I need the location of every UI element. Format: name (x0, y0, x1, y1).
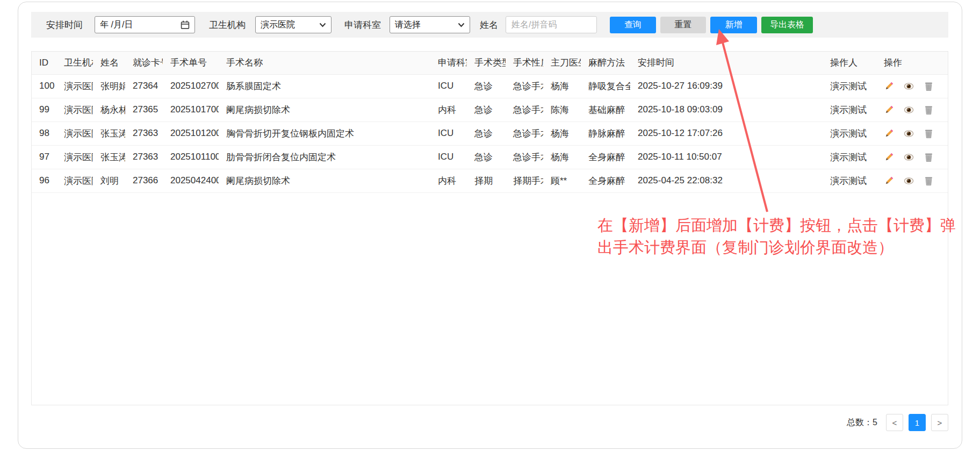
cell-actions (876, 169, 948, 192)
department-select[interactable]: 请选择 (390, 16, 470, 33)
col-header-actions: 操作 (876, 52, 948, 74)
prev-page-button[interactable]: < (886, 414, 903, 431)
cell-surgery: 阑尾病损切除术 (219, 169, 430, 192)
cell-time: 2025-10-18 09:03:09 (630, 98, 823, 121)
eye-icon (904, 128, 914, 139)
cell-order-no: 202510170001 (163, 98, 219, 121)
cell-surgery: 肠系膜固定术 (219, 74, 430, 98)
view-button[interactable] (904, 81, 914, 91)
edit-button[interactable] (884, 81, 894, 91)
table-row: 100 演示医院 张明娟 27364 202510270001 肠系膜固定术 I… (32, 74, 948, 98)
chevron-down-icon (458, 23, 465, 27)
cell-operator: 演示测试 (823, 145, 876, 169)
cell-nature: 择期手术 (506, 169, 543, 192)
cell-surgery: 胸骨骨折切开复位钢板内固定术 (219, 121, 430, 145)
edit-button[interactable] (884, 176, 894, 186)
cell-org: 演示医院 (56, 145, 93, 169)
view-button[interactable] (904, 152, 914, 162)
table-header-row: ID 卫生机构 姓名 就诊卡号 手术单号 手术名称 申请科室 手术类型 手术性质… (32, 52, 948, 74)
col-header-nature: 手术性质 (506, 52, 543, 74)
cell-id: 99 (32, 98, 56, 121)
delete-button[interactable] (924, 81, 934, 91)
export-button[interactable]: 导出表格 (761, 17, 813, 33)
eye-icon (904, 176, 914, 186)
cell-type: 急诊 (467, 74, 506, 98)
cell-time: 2025-10-12 17:07:26 (630, 121, 823, 145)
cell-nature: 急诊手术 (506, 145, 543, 169)
view-button[interactable] (904, 128, 914, 139)
page-1-button[interactable]: 1 (909, 414, 926, 431)
col-header-anesthesia: 麻醉方法 (581, 52, 630, 74)
trash-icon (924, 105, 934, 115)
pencil-icon (884, 105, 894, 115)
eye-icon (904, 105, 914, 115)
cell-time: 2025-10-11 10:50:07 (630, 145, 823, 169)
table-row: 97 演示医院 张玉涛 27363 202510110001 肋骨骨折闭合复位内… (32, 145, 948, 169)
delete-button[interactable] (924, 105, 934, 115)
cell-nature: 急诊手术 (506, 74, 543, 98)
cell-card-no: 27365 (125, 98, 163, 121)
cell-surgeon: 杨海 (543, 74, 581, 98)
table-row: 99 演示医院 杨永林 27365 202510170001 阑尾病损切除术 内… (32, 98, 948, 121)
institution-selected-value: 演示医院 (261, 19, 295, 31)
col-header-dept: 申请科室 (430, 52, 467, 74)
col-header-org: 卫生机构 (56, 52, 93, 74)
calendar-icon (181, 20, 190, 30)
trash-icon (924, 176, 934, 186)
pencil-icon (884, 128, 894, 139)
cell-org: 演示医院 (56, 98, 93, 121)
cell-dept: ICU (430, 121, 467, 145)
delete-button[interactable] (924, 128, 934, 139)
cell-dept: 内科 (430, 98, 467, 121)
cell-dept: 内科 (430, 169, 467, 192)
cell-id: 98 (32, 121, 56, 145)
cell-surgeon: 陈海 (543, 98, 581, 121)
view-button[interactable] (904, 176, 914, 186)
cell-type: 急诊 (467, 121, 506, 145)
cell-anesthesia: 静吸复合全麻 (581, 74, 630, 98)
edit-button[interactable] (884, 152, 894, 162)
cell-id: 96 (32, 169, 56, 192)
edit-button[interactable] (884, 105, 894, 115)
eye-icon (904, 152, 914, 162)
cell-actions (876, 121, 948, 145)
cell-anesthesia: 全身麻醉 (581, 169, 630, 192)
col-header-name: 姓名 (93, 52, 125, 74)
schedule-time-date-input[interactable]: 年 /月/日 (95, 16, 195, 33)
pencil-icon (884, 81, 894, 91)
cell-time: 2025-04-25 22:08:32 (630, 169, 823, 192)
cell-name: 张玉涛 (93, 121, 125, 145)
cell-operator: 演示测试 (823, 98, 876, 121)
query-button[interactable]: 查询 (610, 17, 656, 33)
delete-button[interactable] (924, 152, 934, 162)
cell-anesthesia: 全身麻醉 (581, 145, 630, 169)
cell-surgery: 阑尾病损切除术 (219, 98, 430, 121)
col-header-type: 手术类型 (467, 52, 506, 74)
cell-surgery: 肋骨骨折闭合复位内固定术 (219, 145, 430, 169)
cell-order-no: 202504240001 (163, 169, 219, 192)
delete-button[interactable] (924, 176, 934, 186)
cell-type: 急诊 (467, 98, 506, 121)
col-header-operator: 操作人 (823, 52, 876, 74)
cell-nature: 急诊手术 (506, 121, 543, 145)
cell-actions (876, 98, 948, 121)
schedule-time-label: 安排时间 (46, 19, 83, 31)
add-button[interactable]: 新增 (710, 17, 757, 33)
view-button[interactable] (904, 105, 914, 115)
cell-surgeon: 顾** (543, 169, 581, 192)
institution-select[interactable]: 演示医院 (255, 16, 332, 33)
next-page-button[interactable]: > (931, 414, 948, 431)
cell-operator: 演示测试 (823, 169, 876, 192)
patient-name-input[interactable] (506, 16, 597, 33)
reset-button[interactable]: 重置 (660, 17, 706, 33)
col-header-order-no: 手术单号 (163, 52, 219, 74)
department-selected-value: 请选择 (395, 19, 421, 31)
col-header-time: 安排时间 (630, 52, 823, 74)
cell-card-no: 27363 (125, 145, 163, 169)
edit-button[interactable] (884, 128, 894, 139)
cell-order-no: 202510270001 (163, 74, 219, 98)
cell-org: 演示医院 (56, 169, 93, 192)
filter-bar: 安排时间 年 /月/日 卫生机构 演示医院 申请科室 请选择 姓名 查询 重置 … (31, 12, 948, 38)
cell-org: 演示医院 (56, 121, 93, 145)
institution-label: 卫生机构 (209, 19, 246, 31)
